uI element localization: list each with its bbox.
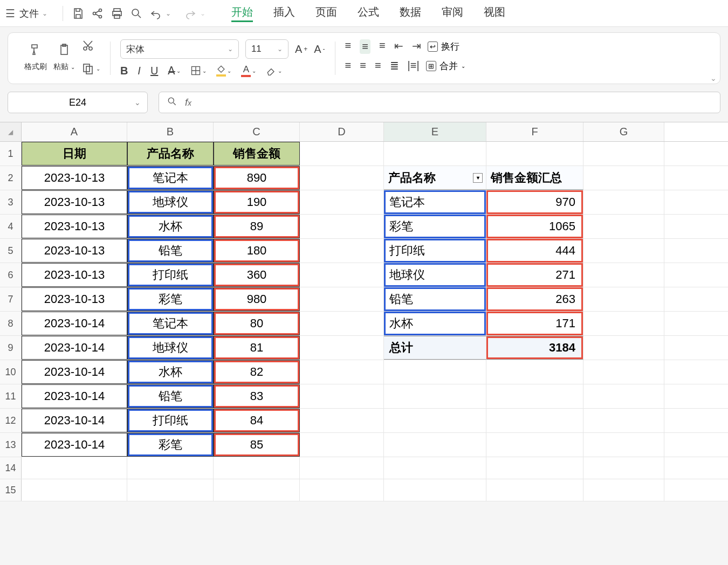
spreadsheet-grid[interactable]: ◢ A B C D E F G 1日期产品名称销售金额22023-10-13笔记… <box>0 122 728 501</box>
cell-A12[interactable]: 2023-10-14 <box>22 409 127 432</box>
cell-G3[interactable] <box>583 190 664 214</box>
cell-F14[interactable] <box>486 457 583 479</box>
tab-review[interactable]: 审阅 <box>442 5 463 22</box>
align-bottom-button[interactable]: ≡ <box>379 39 386 54</box>
chevron-down-icon[interactable]: ⌄ <box>166 10 171 17</box>
cell-A6[interactable]: 2023-10-13 <box>22 263 127 287</box>
cell-G6[interactable] <box>583 263 664 287</box>
cell-G14[interactable] <box>583 457 664 479</box>
cell-A15[interactable] <box>22 479 127 501</box>
share-icon[interactable] <box>88 4 107 23</box>
bold-button[interactable]: B <box>120 65 128 77</box>
col-header-A[interactable]: A <box>22 122 127 141</box>
pivot-filter-button[interactable]: ▾ <box>473 173 483 183</box>
hamburger-icon[interactable]: ☰ <box>5 7 15 20</box>
cell-F2[interactable]: 销售金额汇总 <box>486 166 583 190</box>
row-header[interactable]: 9 <box>0 336 22 360</box>
cell-E3[interactable]: 笔记本 <box>384 190 486 214</box>
align-top-button[interactable]: ≡ <box>345 39 352 54</box>
cell-E8[interactable]: 水杯 <box>384 312 486 335</box>
cell-F13[interactable] <box>486 433 583 457</box>
cell-G1[interactable] <box>583 142 664 166</box>
orientation-button[interactable]: |≡| <box>408 59 420 72</box>
underline-button[interactable]: U <box>150 65 158 77</box>
decrease-indent-button[interactable]: ⇤ <box>394 39 403 54</box>
cell-E7[interactable]: 铅笔 <box>384 287 486 311</box>
cell-C4[interactable]: 89 <box>214 215 300 238</box>
fill-color-button[interactable]: ⌄ <box>216 65 231 77</box>
undo-icon[interactable] <box>146 4 166 23</box>
cell-E4[interactable]: 彩笔 <box>384 215 486 238</box>
cell-G4[interactable] <box>583 215 664 238</box>
cell-F7[interactable]: 263 <box>486 287 583 311</box>
tab-formula[interactable]: 公式 <box>358 5 379 22</box>
row-header[interactable]: 5 <box>0 239 22 263</box>
align-right-button[interactable]: ≡ <box>375 59 381 72</box>
cell-F9[interactable]: 3184 <box>486 336 583 360</box>
eraser-button[interactable]: ⌄ <box>266 65 282 76</box>
cell-C7[interactable]: 980 <box>214 287 300 311</box>
collapse-ribbon-icon[interactable]: ⌄ <box>710 74 717 82</box>
row-header[interactable]: 14 <box>0 457 22 479</box>
cell-A8[interactable]: 2023-10-14 <box>22 312 127 335</box>
cell-E12[interactable] <box>384 409 486 432</box>
cell-C13[interactable]: 85 <box>214 433 300 457</box>
cell-C6[interactable]: 360 <box>214 263 300 287</box>
cell-E1[interactable] <box>384 142 486 166</box>
cell-B7[interactable]: 彩笔 <box>127 287 214 311</box>
row-header[interactable]: 11 <box>0 384 22 408</box>
cell-B14[interactable] <box>127 457 214 479</box>
col-header-C[interactable]: C <box>214 122 300 141</box>
cell-F1[interactable] <box>486 142 583 166</box>
cell-E15[interactable] <box>384 479 486 501</box>
align-center-button[interactable]: ≡ <box>360 59 366 72</box>
cell-F6[interactable]: 271 <box>486 263 583 287</box>
cell-F12[interactable] <box>486 409 583 432</box>
row-header[interactable]: 10 <box>0 360 22 384</box>
cell-D7[interactable] <box>300 287 384 311</box>
cell-F15[interactable] <box>486 479 583 501</box>
border-button[interactable]: ⌄ <box>190 65 207 76</box>
cell-F3[interactable]: 970 <box>486 190 583 214</box>
cell-C10[interactable]: 82 <box>214 360 300 384</box>
row-header[interactable]: 2 <box>0 166 22 190</box>
cell-G11[interactable] <box>583 384 664 408</box>
cell-G8[interactable] <box>583 312 664 335</box>
row-header[interactable]: 1 <box>0 142 22 166</box>
cell-B12[interactable]: 打印纸 <box>127 409 214 432</box>
cell-G9[interactable] <box>583 336 664 360</box>
fx-icon[interactable]: fx <box>185 97 191 108</box>
cell-D6[interactable] <box>300 263 384 287</box>
cell-C2[interactable]: 890 <box>214 166 300 190</box>
font-size-select[interactable]: 11⌄ <box>245 39 289 59</box>
cell-B5[interactable]: 铅笔 <box>127 239 214 263</box>
cell-F8[interactable]: 171 <box>486 312 583 335</box>
justify-button[interactable]: ≣ <box>390 59 399 72</box>
cell-D11[interactable] <box>300 384 384 408</box>
cell-F11[interactable] <box>486 384 583 408</box>
cell-A3[interactable]: 2023-10-13 <box>22 190 127 214</box>
col-header-B[interactable]: B <box>127 122 214 141</box>
cell-B8[interactable]: 笔记本 <box>127 312 214 335</box>
copy-button[interactable]: ⌄ <box>81 62 100 75</box>
cell-G5[interactable] <box>583 239 664 263</box>
cell-B10[interactable]: 水杯 <box>127 360 214 384</box>
col-header-G[interactable]: G <box>583 122 664 141</box>
font-name-select[interactable]: 宋体⌄ <box>120 39 239 59</box>
cell-F10[interactable] <box>486 360 583 384</box>
select-all-corner[interactable]: ◢ <box>0 122 22 141</box>
cell-B3[interactable]: 地球仪 <box>127 190 214 214</box>
cell-A13[interactable]: 2023-10-14 <box>22 433 127 457</box>
cell-A4[interactable]: 2023-10-13 <box>22 215 127 238</box>
cell-B6[interactable]: 打印纸 <box>127 263 214 287</box>
wrap-text-button[interactable]: ↩换行 <box>428 40 459 53</box>
cell-G10[interactable] <box>583 360 664 384</box>
chevron-down-icon[interactable]: ⌄ <box>134 98 141 107</box>
cell-D9[interactable] <box>300 336 384 360</box>
increase-font-button[interactable]: A+ <box>295 43 307 56</box>
tab-home[interactable]: 开始 <box>231 5 253 22</box>
cell-D15[interactable] <box>300 479 384 501</box>
align-middle-button[interactable]: ≡ <box>360 39 370 54</box>
row-header[interactable]: 6 <box>0 263 22 287</box>
cell-D8[interactable] <box>300 312 384 335</box>
